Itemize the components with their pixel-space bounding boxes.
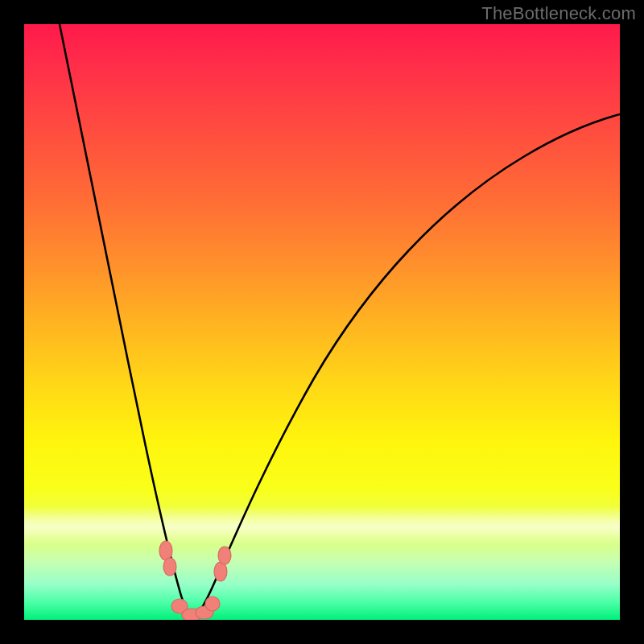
- trough-markers: [159, 541, 231, 620]
- marker-bead: [159, 541, 172, 560]
- chart-area: [24, 24, 620, 620]
- watermark-text: TheBottleneck.com: [481, 3, 636, 24]
- curve-right-branch: [193, 114, 620, 618]
- marker-bead: [163, 558, 176, 576]
- marker-bead: [218, 547, 231, 564]
- curve-svg: [24, 24, 620, 620]
- curve-left-branch: [60, 24, 193, 618]
- marker-bead: [214, 562, 227, 581]
- marker-bead: [205, 597, 220, 611]
